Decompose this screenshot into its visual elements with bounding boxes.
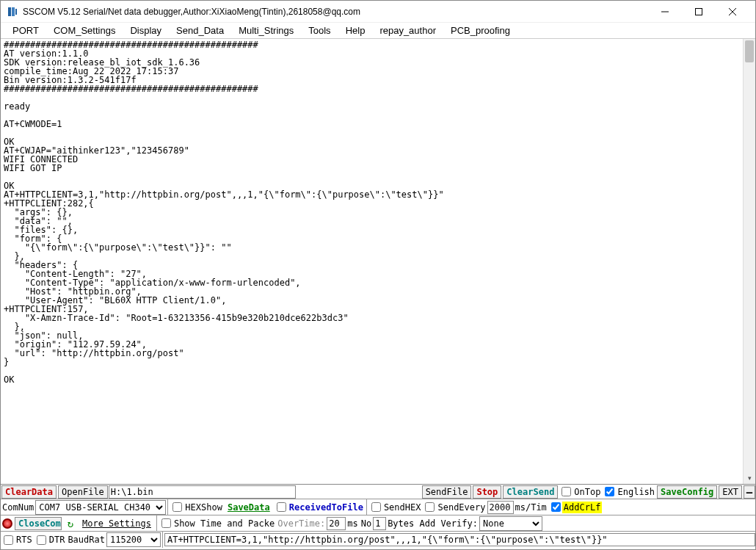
hexshow-label: HEXShow [183, 502, 224, 513]
baudrate-label: BaudRat [66, 535, 106, 545]
scroll-thumb[interactable] [745, 40, 754, 62]
scrollbar[interactable]: ▴ ▾ [743, 39, 755, 484]
dtr-checkbox[interactable] [37, 535, 46, 545]
file-path-input[interactable] [109, 485, 296, 499]
svg-rect-1 [12, 7, 15, 16]
ext-collapse-button[interactable]: — [744, 485, 755, 499]
ontop-checkbox[interactable] [561, 487, 571, 496]
hexshow-checkbox[interactable] [172, 502, 182, 512]
clear-send-button[interactable]: ClearSend [503, 485, 558, 499]
menu-pcb-proofing[interactable]: PCB_proofing [443, 23, 517, 37]
no-input[interactable] [373, 517, 386, 530]
app-icon [7, 6, 18, 18]
no-label: No [360, 518, 373, 529]
svg-rect-0 [8, 7, 11, 16]
minimize-button[interactable] [648, 1, 682, 23]
close-com-button[interactable]: CloseCom [15, 517, 62, 530]
sendevery-label: SendEvery [436, 502, 487, 513]
connection-status-icon [2, 518, 12, 529]
open-file-button[interactable]: OpenFile [58, 485, 108, 499]
terminal-output[interactable]: ########################################… [1, 39, 738, 485]
com-port-select[interactable]: COM7 USB-SERIAL CH340 [35, 500, 166, 515]
ms-tim-label: ms/Tim [514, 502, 548, 513]
svg-rect-4 [696, 8, 702, 15]
show-time-checkbox[interactable] [161, 518, 171, 528]
ontop-label: OnTop [573, 487, 602, 497]
rts-label: RTS [15, 535, 34, 545]
ext-button[interactable]: EXT [719, 485, 742, 499]
rts-checkbox[interactable] [4, 535, 13, 545]
dtr-label: DTR [48, 535, 67, 545]
comnum-label: ComNum [1, 502, 35, 513]
period-input[interactable] [487, 501, 514, 514]
svg-rect-2 [15, 9, 17, 15]
overtime-label: OverTime: [276, 518, 327, 529]
sendhex-checkbox[interactable] [371, 502, 381, 512]
verify-select[interactable]: None [479, 516, 542, 531]
send-file-button[interactable]: SendFile [422, 485, 472, 499]
english-label: English [616, 487, 656, 497]
more-settings-button[interactable]: More Settings [79, 517, 154, 530]
menu-repay-author[interactable]: repay_author [372, 23, 443, 37]
addcrlf-label: AddCrLf [562, 502, 603, 513]
english-checkbox[interactable] [605, 487, 614, 496]
addcrlf-checkbox[interactable] [551, 502, 561, 512]
menu-port[interactable]: PORT [5, 23, 46, 37]
overtime-input[interactable] [327, 517, 346, 530]
recv-to-file-label: ReceivedToFile [288, 502, 365, 513]
menu-bar: PORT COM_Settings Display Send_Data Mult… [1, 23, 755, 39]
sendhex-label: SendHEX [382, 502, 423, 513]
recv-to-file-checkbox[interactable] [277, 502, 286, 512]
menu-com-settings[interactable]: COM_Settings [46, 23, 123, 37]
save-data-button[interactable]: SaveData [225, 501, 273, 514]
bytes-verify-label: Bytes Add Verify: [386, 518, 479, 529]
send-input[interactable]: AT+HTTPCLIENT=3,1,"http://httpbin.org/po… [164, 533, 755, 546]
menu-display[interactable]: Display [123, 23, 169, 37]
save-config-button[interactable]: SaveConfig [657, 485, 717, 499]
menu-send-data[interactable]: Send_Data [169, 23, 231, 37]
sendevery-checkbox[interactable] [425, 502, 435, 512]
maximize-button[interactable] [682, 1, 716, 23]
window-title: SSCOM V5.12 Serial/Net data debugger,Aut… [23, 7, 648, 17]
ms-label: ms [346, 518, 359, 529]
menu-multi-strings[interactable]: Multi_Strings [231, 23, 301, 37]
baudrate-select[interactable]: 115200 [106, 532, 161, 547]
show-time-label: Show Time and Packe [172, 518, 276, 529]
menu-help[interactable]: Help [338, 23, 373, 37]
close-button[interactable] [716, 1, 749, 23]
refresh-icon[interactable]: ↻ [65, 518, 76, 529]
clear-data-button[interactable]: ClearData [1, 485, 57, 499]
scroll-down-icon[interactable]: ▾ [744, 471, 755, 484]
menu-tools[interactable]: Tools [301, 23, 338, 37]
stop-button[interactable]: Stop [473, 485, 501, 499]
